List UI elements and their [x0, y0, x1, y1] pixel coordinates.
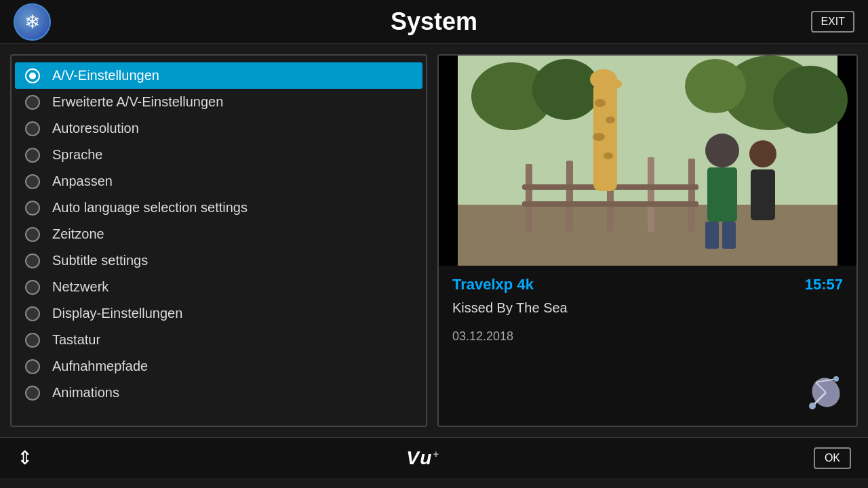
radio-animations — [25, 386, 40, 401]
preview-image — [439, 56, 856, 266]
svg-rect-10 — [648, 157, 654, 232]
svg-rect-22 — [707, 167, 737, 222]
header: ❄ System EXIT — [0, 0, 868, 44]
menu-label-av-einstellungen: A/V-Einstellungen — [52, 68, 159, 83]
ok-button[interactable]: OK — [814, 447, 851, 469]
svg-rect-11 — [688, 159, 695, 232]
menu-label-subtitle-settings: Subtitle settings — [52, 253, 148, 268]
svg-rect-13 — [522, 201, 698, 207]
menu-label-auto-language: Auto language selection settings — [52, 200, 248, 216]
svg-point-15 — [595, 99, 606, 107]
channel-header-row: Travelxp 4k 15:57 — [452, 276, 843, 293]
menu-item-erweiterte-av[interactable]: Erweiterte A/V-Einstellungen — [15, 89, 422, 115]
radio-autoresolution — [25, 121, 40, 136]
channel-info: Travelxp 4k 15:57 Kissed By The Sea 03.1… — [439, 266, 856, 426]
svg-point-20 — [603, 79, 622, 89]
menu-item-aufnahmepfade[interactable]: Aufnahmepfade — [15, 353, 422, 380]
svg-rect-26 — [751, 169, 775, 220]
app-logo-icon: ❄ — [14, 3, 51, 41]
exit-button[interactable]: EXIT — [811, 11, 854, 33]
radio-zeitzone — [25, 227, 40, 242]
satellite-icon — [802, 372, 843, 415]
radio-erweiterte-av — [25, 95, 40, 110]
svg-point-30 — [809, 403, 816, 409]
menu-label-animations: Animations — [52, 385, 119, 401]
menu-item-av-einstellungen[interactable]: A/V-Einstellungen — [15, 62, 422, 89]
channel-name: Travelxp 4k — [452, 276, 534, 293]
footer: ⇕ Vu+ OK — [0, 437, 868, 478]
svg-rect-23 — [705, 222, 719, 249]
menu-item-tastatur[interactable]: Tastatur — [15, 327, 422, 353]
radio-sprache — [25, 148, 40, 163]
menu-panel: A/V-EinstellungenErweiterte A/V-Einstell… — [10, 54, 427, 427]
svg-rect-24 — [722, 222, 736, 249]
menu-label-netzwerk: Netzwerk — [52, 279, 108, 295]
radio-anpassen — [25, 174, 40, 189]
svg-point-5 — [685, 59, 746, 113]
menu-label-aufnahmepfade: Aufnahmepfade — [52, 359, 148, 374]
menu-label-display-einstellungen: Display-Einstellungen — [52, 306, 182, 321]
program-title: Kissed By The Sea — [452, 300, 843, 316]
menu-item-display-einstellungen[interactable]: Display-Einstellungen — [15, 300, 422, 327]
svg-point-25 — [749, 140, 776, 167]
channel-time: 15:57 — [805, 276, 843, 293]
menu-label-anpassen: Anpassen — [52, 174, 113, 189]
menu-label-erweiterte-av: Erweiterte A/V-Einstellungen — [52, 94, 223, 110]
svg-point-33 — [833, 376, 839, 382]
svg-point-21 — [705, 134, 739, 167]
svg-point-16 — [606, 117, 615, 123]
menu-item-zeitzone[interactable]: Zeitzone — [15, 221, 422, 247]
main-content: A/V-EinstellungenErweiterte A/V-Einstell… — [0, 44, 868, 437]
radio-display-einstellungen — [25, 306, 40, 321]
radio-aufnahmepfade — [25, 359, 40, 374]
menu-item-auto-language[interactable]: Auto language selection settings — [15, 195, 422, 221]
svg-point-2 — [532, 59, 600, 120]
radio-netzwerk — [25, 280, 40, 295]
menu-label-sprache: Sprache — [52, 147, 103, 163]
menu-label-tastatur: Tastatur — [52, 332, 100, 348]
menu-label-zeitzone: Zeitzone — [52, 226, 104, 242]
channel-preview — [439, 56, 856, 266]
svg-point-4 — [773, 66, 848, 134]
page-title: System — [391, 7, 477, 36]
navigate-icon[interactable]: ⇕ — [17, 447, 33, 469]
svg-point-17 — [593, 133, 605, 141]
channel-info-panel: Travelxp 4k 15:57 Kissed By The Sea 03.1… — [437, 54, 858, 427]
radio-auto-language — [25, 201, 40, 216]
menu-item-subtitle-settings[interactable]: Subtitle settings — [15, 247, 422, 274]
menu-item-sprache[interactable]: Sprache — [15, 142, 422, 168]
menu-label-autoresolution: Autoresolution — [52, 121, 139, 136]
svg-point-18 — [604, 152, 613, 159]
menu-item-autoresolution[interactable]: Autoresolution — [15, 115, 422, 142]
radio-subtitle-settings — [25, 253, 40, 268]
radio-tastatur — [25, 333, 40, 348]
menu-item-animations[interactable]: Animations — [15, 380, 422, 406]
radio-av-einstellungen — [25, 68, 40, 83]
brand-logo: Vu+ — [406, 447, 439, 469]
program-date: 03.12.2018 — [452, 329, 843, 344]
svg-rect-7 — [526, 164, 532, 232]
svg-rect-8 — [566, 161, 573, 232]
menu-item-netzwerk[interactable]: Netzwerk — [15, 274, 422, 300]
menu-item-anpassen[interactable]: Anpassen — [15, 168, 422, 195]
